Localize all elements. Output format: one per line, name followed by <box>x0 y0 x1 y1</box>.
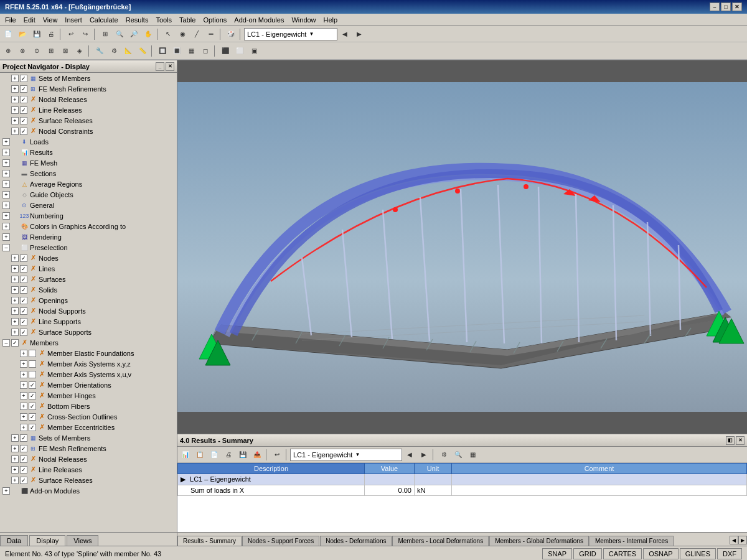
menu-calculate[interactable]: Calculate <box>86 15 122 25</box>
cb-member-eccen[interactable] <box>29 424 36 431</box>
tree-item-sets-of-members[interactable]: + ▦ Sets of Members <box>0 73 177 83</box>
expand-surface-supports[interactable]: + <box>11 329 19 336</box>
tb2-9[interactable]: 📐 <box>121 44 135 58</box>
cb-surface-supports[interactable] <box>20 329 27 336</box>
tab-members-internal[interactable]: Members - Internal Forces <box>590 536 674 546</box>
tree-item-lines[interactable]: + ✗ Lines <box>0 263 177 274</box>
tab-nodes-deform[interactable]: Nodes - Deformations <box>320 536 392 546</box>
tree-item-nodal-releases-2[interactable]: + ✗ Nodal Releases <box>0 454 177 464</box>
cb-sets-of-members[interactable] <box>20 75 27 82</box>
tree-item-fe-mesh-refinements[interactable]: + ⊞ FE Mesh Refinements <box>0 83 177 94</box>
cb-fe-mesh-2[interactable] <box>20 445 27 452</box>
tree-item-member-axis-xyz[interactable]: + ✗ Member Axis Systems x,y,z <box>0 358 177 369</box>
nav-minimize-btn[interactable]: _ <box>156 62 164 71</box>
expand-nodal-releases[interactable]: + <box>11 96 19 103</box>
tb-pan[interactable]: ✋ <box>141 27 155 41</box>
expand-sets-2[interactable]: + <box>11 434 19 442</box>
cb-bottom-fibers[interactable] <box>29 403 36 410</box>
tb-undo[interactable]: ↩ <box>64 27 78 41</box>
tree-item-surfaces[interactable]: + ✗ Surfaces <box>0 274 177 284</box>
rtb-nav-fwd[interactable]: ▶ <box>417 448 431 462</box>
tree-item-member-orient[interactable]: + ✗ Member Orientations <box>0 380 177 390</box>
tb-line[interactable]: ╱ <box>190 27 204 41</box>
expand-surface-releases[interactable]: + <box>11 117 19 124</box>
tb-open[interactable]: 📂 <box>16 27 29 41</box>
tree-item-fe-mesh-2[interactable]: + ⊞ FE Mesh Refinements <box>0 443 177 454</box>
tb2-3[interactable]: ⊙ <box>30 44 44 58</box>
tree-item-loads[interactable]: + ⬇ Loads <box>0 136 177 147</box>
viewport[interactable] <box>177 60 747 434</box>
tree-item-nodal-constraints[interactable]: + ✗ Nodal Constraints <box>0 126 177 136</box>
cb-line-releases-2[interactable] <box>20 466 27 474</box>
tab-results-summary[interactable]: Results - Summary <box>177 536 242 546</box>
expand-lines[interactable]: + <box>11 265 19 273</box>
tree-item-surface-supports[interactable]: + ✗ Surface Supports <box>0 327 177 337</box>
tree-item-average-regions[interactable]: + △ Average Regions <box>0 179 177 189</box>
expand-numbering[interactable]: + <box>2 212 10 220</box>
tab-data[interactable]: Data <box>0 535 28 546</box>
tb-zoom-in[interactable]: 🔍 <box>113 27 126 41</box>
expand-members[interactable]: – <box>2 339 10 347</box>
tb-select[interactable]: ↖ <box>161 27 175 41</box>
tree-item-line-supports[interactable]: + ✗ Line Supports <box>0 316 177 327</box>
cb-member-elastic[interactable] <box>29 350 36 357</box>
rtb-6[interactable]: 📤 <box>250 448 264 462</box>
expand-nodal-releases-2[interactable]: + <box>11 455 19 463</box>
tb2-6[interactable]: ◈ <box>73 44 87 58</box>
menu-edit[interactable]: Edit <box>20 15 39 25</box>
expand-line-releases[interactable]: + <box>11 106 19 114</box>
rtb-1[interactable]: 📊 <box>179 448 192 462</box>
nav-close-btn[interactable]: ✕ <box>166 62 174 71</box>
tb-node[interactable]: ◉ <box>176 27 189 41</box>
tb-print[interactable]: 🖨 <box>44 27 58 41</box>
tree-item-fe-mesh-top[interactable]: + ▦ FE Mesh <box>0 157 177 168</box>
tree-item-colors[interactable]: + 🎨 Colors in Graphics According to <box>0 221 177 231</box>
tb2-14[interactable]: ◻ <box>199 44 212 58</box>
menu-file[interactable]: File <box>1 15 20 25</box>
tb2-10[interactable]: 📏 <box>136 44 149 58</box>
lc-row-expand[interactable]: ▶ <box>181 475 186 483</box>
tb2-8[interactable]: ⚙ <box>107 44 121 58</box>
menu-view[interactable]: View <box>39 15 62 25</box>
tree-item-openings[interactable]: + ✗ Openings <box>0 295 177 306</box>
rtb-settings[interactable]: ⚙ <box>437 448 451 462</box>
tab-members-global[interactable]: Members - Global Deformations <box>489 536 589 546</box>
cb-fe-mesh[interactable] <box>20 85 27 93</box>
tree-item-cross-section[interactable]: + ✗ Cross-Section Outlines <box>0 411 177 422</box>
rtb-nav-back[interactable]: ◀ <box>403 448 416 462</box>
tree-item-rendering[interactable]: + 🖼 Rendering <box>0 231 177 242</box>
expand-member-hinges[interactable]: + <box>20 392 27 399</box>
expand-preselection[interactable]: – <box>2 244 10 251</box>
tb2-2[interactable]: ⊗ <box>16 44 29 58</box>
tb-member[interactable]: ═ <box>204 27 218 41</box>
tb-redo[interactable]: ↪ <box>78 27 92 41</box>
expand-addon[interactable]: + <box>2 487 10 495</box>
status-snap[interactable]: SNAP <box>542 548 572 559</box>
cb-cross-section[interactable] <box>29 413 36 421</box>
menu-table[interactable]: Table <box>176 15 199 25</box>
expand-guide-objects[interactable]: + <box>2 191 10 198</box>
results-close-btn[interactable]: ✕ <box>736 436 745 445</box>
tree-item-general[interactable]: + ⊙ General <box>0 200 177 210</box>
expand-bottom-fibers[interactable]: + <box>20 403 27 410</box>
expand-avg-regions[interactable]: + <box>2 180 10 188</box>
expand-line-supports[interactable]: + <box>11 318 19 325</box>
expand-member-axis-xyz[interactable]: + <box>20 360 27 368</box>
tree-item-member-axis-xuv[interactable]: + ✗ Member Axis Systems x,u,v <box>0 369 177 380</box>
tb2-1[interactable]: ⊕ <box>1 44 15 58</box>
expand-general[interactable]: + <box>2 202 10 209</box>
tab-views[interactable]: Views <box>67 535 98 546</box>
tree-item-results[interactable]: + 📊 Results <box>0 147 177 157</box>
menu-results[interactable]: Results <box>122 15 153 25</box>
expand-fe-mesh-2[interactable]: + <box>11 445 19 452</box>
tb2-7[interactable]: 🔧 <box>93 44 106 58</box>
menu-help[interactable]: Help <box>320 15 342 25</box>
tb-save[interactable]: 💾 <box>30 27 44 41</box>
cb-member-axis-xyz[interactable] <box>29 360 36 368</box>
lc-dropdown[interactable]: LC1 - Eigengewicht ▼ <box>244 28 337 40</box>
expand-member-orient[interactable]: + <box>20 381 27 389</box>
tb-new[interactable]: 📄 <box>1 27 15 41</box>
expand-loads[interactable]: + <box>2 138 10 146</box>
expand-line-releases-2[interactable]: + <box>11 466 19 474</box>
tree-item-line-releases[interactable]: + ✗ Line Releases <box>0 105 177 115</box>
